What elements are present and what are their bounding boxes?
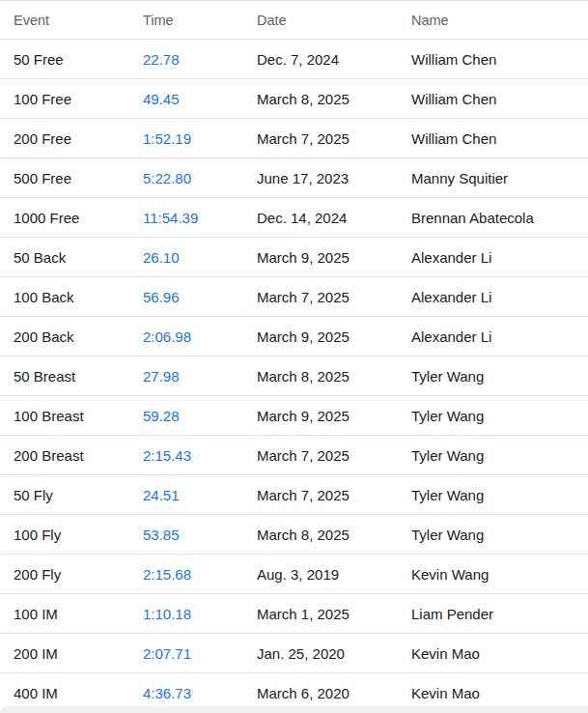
date-cell: Dec. 14, 2024 xyxy=(257,210,411,226)
time-link[interactable]: 4:36.73 xyxy=(143,685,191,701)
table-row: 200 Back 2:06.98 March 9, 2025 Alexander… xyxy=(0,317,588,356)
table-row: 200 Free 1:52.19 March 7, 2025 William C… xyxy=(0,119,588,158)
table-row: 50 Back 26.10 March 9, 2025 Alexander Li xyxy=(0,238,588,277)
table-row: 100 IM 1:10.18 March 1, 2025 Liam Pender xyxy=(0,594,588,634)
event-cell: 200 IM xyxy=(14,645,143,662)
event-cell: 200 Fly xyxy=(14,566,143,583)
date-cell: Dec. 7, 2024 xyxy=(257,51,411,68)
window-bottom-edge xyxy=(0,706,588,713)
date-cell: Jan. 25, 2020 xyxy=(257,645,411,662)
name-cell: Tyler Wang xyxy=(411,527,588,543)
time-link[interactable]: 2:15.43 xyxy=(143,447,191,464)
table-row: 200 Breast 2:15.43 March 7, 2025 Tyler W… xyxy=(0,436,588,475)
date-cell: March 7, 2025 xyxy=(257,447,411,464)
time-link[interactable]: 1:52.19 xyxy=(143,130,191,147)
name-cell: Alexander Li xyxy=(411,289,588,305)
column-header-date: Date xyxy=(257,13,411,28)
name-cell: Liam Pender xyxy=(411,606,588,622)
event-cell: 100 Free xyxy=(14,91,143,107)
name-cell: Kevin Mao xyxy=(411,645,588,662)
name-cell: William Chen xyxy=(411,51,588,68)
date-cell: March 9, 2025 xyxy=(257,249,411,266)
date-cell: March 7, 2025 xyxy=(257,487,411,503)
table-row: 100 Back 56.96 March 7, 2025 Alexander L… xyxy=(0,277,588,317)
table-row: 50 Free 22.78 Dec. 7, 2024 William Chen xyxy=(0,40,588,79)
name-cell: William Chen xyxy=(411,91,588,107)
event-cell: 500 Free xyxy=(14,170,143,186)
column-header-name: Name xyxy=(411,13,588,28)
table-row: 200 Fly 2:15.68 Aug. 3, 2019 Kevin Wang xyxy=(0,555,588,594)
date-cell: March 8, 2025 xyxy=(257,527,411,543)
table-row: 100 Free 49.45 March 8, 2025 William Che… xyxy=(0,79,588,119)
table-row: 200 IM 2:07.71 Jan. 25, 2020 Kevin Mao xyxy=(0,634,588,673)
name-cell: Tyler Wang xyxy=(411,368,588,385)
event-cell: 100 Back xyxy=(14,289,143,305)
time-link[interactable]: 53.85 xyxy=(143,527,180,543)
event-cell: 200 Free xyxy=(14,130,143,147)
time-link[interactable]: 22.78 xyxy=(143,51,180,68)
date-cell: March 7, 2025 xyxy=(257,289,411,305)
time-link[interactable]: 49.45 xyxy=(143,91,180,107)
name-cell: Tyler Wang xyxy=(411,408,588,424)
time-link[interactable]: 2:07.71 xyxy=(143,645,191,662)
time-link[interactable]: 2:06.98 xyxy=(143,328,191,345)
date-cell: March 7, 2025 xyxy=(257,130,411,147)
table-row: 50 Fly 24.51 March 7, 2025 Tyler Wang xyxy=(0,475,588,515)
date-cell: March 9, 2025 xyxy=(257,408,411,424)
table-row: 50 Breast 27.98 March 8, 2025 Tyler Wang xyxy=(0,356,588,396)
table-body: 50 Free 22.78 Dec. 7, 2024 William Chen … xyxy=(0,40,588,713)
event-cell: 50 Breast xyxy=(14,368,143,385)
date-cell: March 6, 2020 xyxy=(257,685,411,701)
time-link[interactable]: 26.10 xyxy=(143,249,180,266)
date-cell: March 8, 2025 xyxy=(257,368,411,385)
records-table: Event Time Date Name 50 Free 22.78 Dec. … xyxy=(0,0,588,713)
table-row: 100 Breast 59.28 March 9, 2025 Tyler Wan… xyxy=(0,396,588,436)
event-cell: 50 Back xyxy=(14,249,143,266)
name-cell: Alexander Li xyxy=(411,249,588,266)
column-header-time: Time xyxy=(143,13,257,28)
date-cell: March 9, 2025 xyxy=(257,328,411,345)
name-cell: Brennan Abatecola xyxy=(411,210,588,226)
table-header-row: Event Time Date Name xyxy=(0,1,588,40)
name-cell: Manny Squitier xyxy=(411,170,588,186)
time-link[interactable]: 1:10.18 xyxy=(143,606,191,622)
time-link[interactable]: 24.51 xyxy=(143,487,180,503)
time-link[interactable]: 5:22.80 xyxy=(143,170,191,186)
name-cell: Kevin Mao xyxy=(411,685,588,701)
time-link[interactable]: 56.96 xyxy=(143,289,180,305)
event-cell: 200 Back xyxy=(14,328,143,345)
time-link[interactable]: 59.28 xyxy=(143,408,180,424)
column-header-event: Event xyxy=(14,13,143,28)
time-link[interactable]: 11:54.39 xyxy=(143,210,198,226)
time-link[interactable]: 2:15.68 xyxy=(143,566,191,583)
name-cell: Kevin Wang xyxy=(411,566,588,583)
time-link[interactable]: 27.98 xyxy=(143,368,180,385)
event-cell: 200 Breast xyxy=(14,447,143,464)
event-cell: 100 Breast xyxy=(14,408,143,424)
date-cell: March 8, 2025 xyxy=(257,91,411,107)
table-row: 500 Free 5:22.80 June 17, 2023 Manny Squ… xyxy=(0,158,588,198)
name-cell: Alexander Li xyxy=(411,328,588,345)
event-cell: 400 IM xyxy=(14,685,143,701)
date-cell: Aug. 3, 2019 xyxy=(257,566,411,583)
date-cell: June 17, 2023 xyxy=(257,170,411,186)
table-row: 1000 Free 11:54.39 Dec. 14, 2024 Brennan… xyxy=(0,198,588,238)
event-cell: 100 IM xyxy=(14,606,143,622)
name-cell: William Chen xyxy=(411,130,588,147)
event-cell: 1000 Free xyxy=(14,210,143,226)
name-cell: Tyler Wang xyxy=(411,447,588,464)
event-cell: 50 Fly xyxy=(14,487,143,503)
name-cell: Tyler Wang xyxy=(411,487,588,503)
date-cell: March 1, 2025 xyxy=(257,606,411,622)
event-cell: 100 Fly xyxy=(14,527,143,543)
table-row: 100 Fly 53.85 March 8, 2025 Tyler Wang xyxy=(0,515,588,555)
event-cell: 50 Free xyxy=(14,51,143,68)
